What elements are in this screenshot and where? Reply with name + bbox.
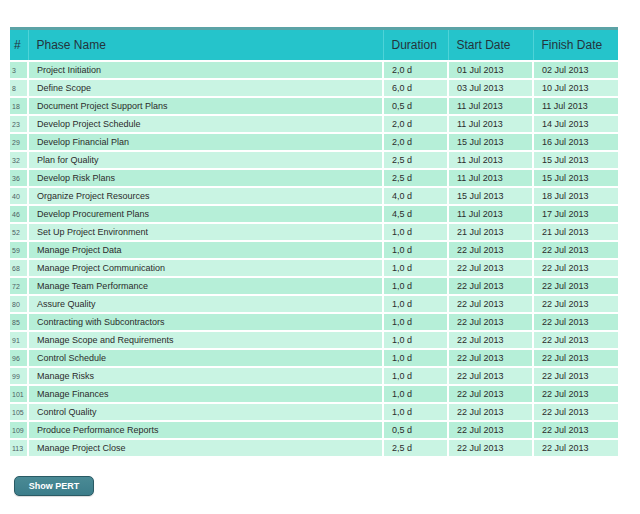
duration-cell: 4,5 d	[383, 205, 448, 223]
duration-cell: 1,0 d	[383, 313, 448, 331]
table-header-row: # Phase Name Duration Start Date Finish …	[10, 29, 618, 62]
table-row[interactable]: 46 Develop Procurement Plans 4,5 d 11 Ju…	[10, 205, 618, 223]
table-row[interactable]: 109 Produce Performance Reports 0,5 d 22…	[10, 421, 618, 439]
phase-name-cell: Project Initiation	[28, 61, 383, 79]
table-row[interactable]: 99 Manage Risks 1,0 d 22 Jul 2013 22 Jul…	[10, 367, 618, 385]
table-row[interactable]: 36 Develop Risk Plans 2,5 d 11 Jul 2013 …	[10, 169, 618, 187]
finish-date-cell: 22 Jul 2013	[533, 277, 618, 295]
finish-date-cell: 02 Jul 2013	[533, 61, 618, 79]
row-number-cell: 99	[10, 367, 28, 385]
finish-date-cell: 21 Jul 2013	[533, 223, 618, 241]
table-row[interactable]: 101 Manage Finances 1,0 d 22 Jul 2013 22…	[10, 385, 618, 403]
table-row[interactable]: 85 Contracting with Subcontractors 1,0 d…	[10, 313, 618, 331]
row-number-cell: 72	[10, 277, 28, 295]
finish-date-cell: 22 Jul 2013	[533, 421, 618, 439]
finish-date-cell: 22 Jul 2013	[533, 403, 618, 421]
phase-name-cell: Develop Procurement Plans	[28, 205, 383, 223]
finish-date-cell: 11 Jul 2013	[533, 97, 618, 115]
start-date-cell: 22 Jul 2013	[448, 367, 533, 385]
start-date-cell: 03 Jul 2013	[448, 79, 533, 97]
show-pert-button[interactable]: Show PERT	[14, 476, 94, 496]
duration-cell: 1,0 d	[383, 277, 448, 295]
phase-name-cell: Manage Scope and Requirements	[28, 331, 383, 349]
row-number-cell: 46	[10, 205, 28, 223]
finish-date-cell: 18 Jul 2013	[533, 187, 618, 205]
duration-cell: 2,5 d	[383, 439, 448, 457]
phase-name-cell: Contracting with Subcontractors	[28, 313, 383, 331]
finish-date-cell: 14 Jul 2013	[533, 115, 618, 133]
phase-name-cell: Produce Performance Reports	[28, 421, 383, 439]
duration-cell: 2,0 d	[383, 61, 448, 79]
finish-date-cell: 22 Jul 2013	[533, 367, 618, 385]
table-row[interactable]: 3 Project Initiation 2,0 d 01 Jul 2013 0…	[10, 61, 618, 79]
row-number-cell: 18	[10, 97, 28, 115]
finish-date-cell: 22 Jul 2013	[533, 241, 618, 259]
col-header-number: #	[10, 29, 28, 62]
duration-cell: 2,5 d	[383, 169, 448, 187]
phase-name-cell: Manage Risks	[28, 367, 383, 385]
row-number-cell: 29	[10, 133, 28, 151]
table-row[interactable]: 113 Manage Project Close 2,5 d 22 Jul 20…	[10, 439, 618, 457]
table-row[interactable]: 40 Organize Project Resources 4,0 d 15 J…	[10, 187, 618, 205]
duration-cell: 6,0 d	[383, 79, 448, 97]
row-number-cell: 105	[10, 403, 28, 421]
start-date-cell: 22 Jul 2013	[448, 385, 533, 403]
start-date-cell: 22 Jul 2013	[448, 313, 533, 331]
start-date-cell: 11 Jul 2013	[448, 115, 533, 133]
col-header-duration: Duration	[383, 29, 448, 62]
table-row[interactable]: 68 Manage Project Communication 1,0 d 22…	[10, 259, 618, 277]
duration-cell: 1,0 d	[383, 367, 448, 385]
table-row[interactable]: 52 Set Up Project Environment 1,0 d 21 J…	[10, 223, 618, 241]
phase-name-cell: Assure Quality	[28, 295, 383, 313]
finish-date-cell: 22 Jul 2013	[533, 313, 618, 331]
table-row[interactable]: 59 Manage Project Data 1,0 d 22 Jul 2013…	[10, 241, 618, 259]
duration-cell: 1,0 d	[383, 385, 448, 403]
start-date-cell: 01 Jul 2013	[448, 61, 533, 79]
table-row[interactable]: 105 Control Quality 1,0 d 22 Jul 2013 22…	[10, 403, 618, 421]
row-number-cell: 40	[10, 187, 28, 205]
table-row[interactable]: 32 Plan for Quality 2,5 d 11 Jul 2013 15…	[10, 151, 618, 169]
start-date-cell: 22 Jul 2013	[448, 295, 533, 313]
duration-cell: 1,0 d	[383, 349, 448, 367]
row-number-cell: 113	[10, 439, 28, 457]
page: # Phase Name Duration Start Date Finish …	[0, 0, 640, 514]
phase-name-cell: Develop Financial Plan	[28, 133, 383, 151]
finish-date-cell: 15 Jul 2013	[533, 151, 618, 169]
row-number-cell: 96	[10, 349, 28, 367]
finish-date-cell: 10 Jul 2013	[533, 79, 618, 97]
phase-name-cell: Manage Project Data	[28, 241, 383, 259]
phase-name-cell: Control Schedule	[28, 349, 383, 367]
table-row[interactable]: 80 Assure Quality 1,0 d 22 Jul 2013 22 J…	[10, 295, 618, 313]
phase-name-cell: Plan for Quality	[28, 151, 383, 169]
row-number-cell: 36	[10, 169, 28, 187]
phase-name-cell: Set Up Project Environment	[28, 223, 383, 241]
duration-cell: 1,0 d	[383, 331, 448, 349]
phase-name-cell: Manage Project Close	[28, 439, 383, 457]
table-row[interactable]: 18 Document Project Support Plans 0,5 d …	[10, 97, 618, 115]
row-number-cell: 3	[10, 61, 28, 79]
table-row[interactable]: 91 Manage Scope and Requirements 1,0 d 2…	[10, 331, 618, 349]
col-header-finish-date: Finish Date	[533, 29, 618, 62]
start-date-cell: 21 Jul 2013	[448, 223, 533, 241]
phase-name-cell: Organize Project Resources	[28, 187, 383, 205]
table-row[interactable]: 8 Define Scope 6,0 d 03 Jul 2013 10 Jul …	[10, 79, 618, 97]
phase-name-cell: Develop Project Schedule	[28, 115, 383, 133]
phase-name-cell: Manage Finances	[28, 385, 383, 403]
start-date-cell: 22 Jul 2013	[448, 331, 533, 349]
duration-cell: 2,5 d	[383, 151, 448, 169]
phase-name-cell: Define Scope	[28, 79, 383, 97]
table-row[interactable]: 23 Develop Project Schedule 2,0 d 11 Jul…	[10, 115, 618, 133]
row-number-cell: 52	[10, 223, 28, 241]
table-row[interactable]: 96 Control Schedule 1,0 d 22 Jul 2013 22…	[10, 349, 618, 367]
phase-name-cell: Manage Team Performance	[28, 277, 383, 295]
duration-cell: 2,0 d	[383, 133, 448, 151]
phase-table: # Phase Name Duration Start Date Finish …	[10, 27, 618, 458]
duration-cell: 4,0 d	[383, 187, 448, 205]
duration-cell: 1,0 d	[383, 223, 448, 241]
duration-cell: 1,0 d	[383, 259, 448, 277]
start-date-cell: 22 Jul 2013	[448, 421, 533, 439]
col-header-phase-name: Phase Name	[28, 29, 383, 62]
finish-date-cell: 22 Jul 2013	[533, 439, 618, 457]
table-row[interactable]: 29 Develop Financial Plan 2,0 d 15 Jul 2…	[10, 133, 618, 151]
table-row[interactable]: 72 Manage Team Performance 1,0 d 22 Jul …	[10, 277, 618, 295]
